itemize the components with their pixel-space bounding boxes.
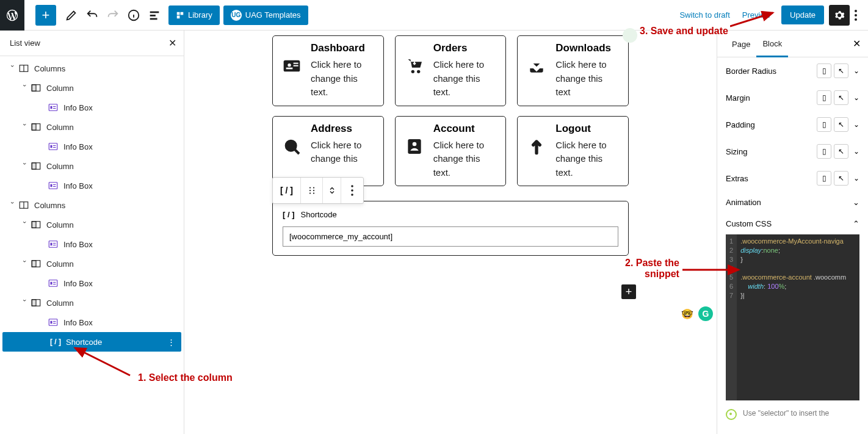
list-view-item-column[interactable]: ›Column — [0, 215, 184, 234]
chevron-down-icon[interactable]: › — [21, 162, 28, 170]
panel-margin[interactable]: Margin ▯↖⌄ — [717, 84, 868, 111]
svg-rect-41 — [51, 282, 52, 285]
tab-page[interactable]: Page — [726, 31, 756, 56]
cursor-icon[interactable]: ↖ — [834, 90, 848, 105]
device-desktop-icon[interactable]: ▯ — [817, 144, 831, 159]
add-block-inline-button[interactable]: + — [621, 284, 636, 299]
item-options-icon[interactable]: ⋮ — [167, 338, 175, 347]
info-box-downloads[interactable]: DownloadsClick here to change this text — [517, 35, 629, 106]
close-inspector-icon[interactable]: ✕ — [853, 38, 861, 49]
chevron-down-icon[interactable]: › — [9, 201, 16, 209]
more-options-icon[interactable] — [850, 10, 862, 21]
device-desktop-icon[interactable]: ▯ — [817, 63, 831, 78]
add-block-button[interactable]: + — [35, 5, 56, 26]
cursor-icon[interactable]: ↖ — [834, 171, 848, 186]
svg-rect-54 — [294, 65, 298, 67]
edit-tool-icon[interactable] — [61, 5, 82, 26]
list-view-item-column[interactable]: ›Column — [0, 254, 184, 273]
device-desktop-icon[interactable]: ▯ — [817, 90, 831, 105]
panel-custom-css[interactable]: Custom CSS ⌃ — [717, 213, 868, 234]
list-view-item-column[interactable]: ›Column — [0, 293, 184, 313]
chevron-down-icon[interactable]: ⌄ — [853, 67, 859, 75]
svg-rect-46 — [49, 319, 57, 326]
chevron-down-icon[interactable]: ⌄ — [853, 198, 859, 207]
list-view-item-info-box[interactable]: Info Box — [0, 273, 184, 293]
move-up-down-icon[interactable] — [323, 178, 341, 203]
svg-rect-25 — [32, 163, 36, 170]
panel-padding[interactable]: Padding ▯↖⌄ — [717, 111, 868, 138]
list-view-item-info-box[interactable]: Info Box — [0, 98, 184, 117]
svg-point-67 — [313, 192, 314, 193]
list-view-item-columns[interactable]: ›Columns — [0, 195, 184, 215]
info-box-account[interactable]: AccountClick here to change this text. — [395, 116, 507, 187]
preview-link[interactable]: Preview — [736, 10, 776, 20]
library-label: Library — [188, 10, 212, 20]
tab-block[interactable]: Block — [756, 31, 788, 57]
chevron-down-icon[interactable]: › — [9, 65, 16, 72]
svg-rect-26 — [49, 183, 57, 189]
chevron-down-icon[interactable]: › — [21, 299, 28, 306]
svg-rect-34 — [49, 241, 57, 248]
list-view-item-columns[interactable]: ›Columns — [0, 59, 184, 78]
chevron-up-icon[interactable]: ⌃ — [853, 219, 859, 228]
svg-point-8 — [855, 14, 857, 16]
list-view-item-info-box[interactable]: Info Box — [0, 176, 184, 195]
list-view-item-column[interactable]: ›Column — [0, 117, 184, 137]
list-view-item-label: Info Box — [63, 240, 93, 249]
chevron-down-icon[interactable]: › — [21, 84, 28, 92]
cart-icon — [404, 56, 425, 76]
svg-rect-21 — [51, 145, 52, 148]
settings-gear-button[interactable] — [829, 5, 850, 26]
uag-templates-button[interactable]: UGUAG Templates — [223, 5, 308, 25]
undo-icon[interactable] — [82, 5, 103, 26]
device-desktop-icon[interactable]: ▯ — [817, 171, 831, 186]
card-desc: Click here to change this — [311, 139, 375, 166]
chevron-down-icon[interactable]: › — [21, 260, 28, 267]
svg-rect-5 — [181, 12, 184, 15]
list-view-item-label: Column — [46, 84, 74, 93]
panel-border-radius[interactable]: Border Radius ▯↖⌄ — [717, 57, 868, 84]
drag-handle-icon[interactable] — [301, 178, 323, 203]
svg-rect-2 — [150, 15, 156, 16]
switch-to-draft-link[interactable]: Switch to draft — [673, 10, 736, 20]
list-view-item-shortcode[interactable]: [ / ]Shortcode⋮ — [2, 332, 181, 352]
update-button[interactable]: Update — [781, 5, 824, 24]
list-view-item-column[interactable]: ›Column — [0, 156, 184, 176]
shortcode-toolbar-icon[interactable]: [ / ] — [273, 178, 301, 203]
block-more-options-icon[interactable] — [341, 178, 363, 203]
arrow-up-icon — [526, 136, 547, 157]
info-box-orders[interactable]: OrdersClick here to change this text. — [395, 35, 507, 106]
shortcode-block[interactable]: [ / ] Shortcode — [272, 201, 629, 256]
info-box-address[interactable]: AddressClick here to change this — [272, 116, 384, 187]
list-view-item-info-box[interactable]: Info Box — [0, 137, 184, 156]
list-view-item-column[interactable]: ›Column — [0, 78, 184, 98]
list-view-item-info-box[interactable]: Info Box — [0, 313, 184, 332]
cursor-icon[interactable]: ↖ — [834, 144, 848, 159]
info-icon[interactable] — [123, 5, 144, 26]
chevron-down-icon[interactable]: ⌄ — [853, 147, 859, 156]
svg-rect-40 — [49, 280, 57, 287]
panel-sizing[interactable]: Sizing ▯↖⌄ — [717, 138, 868, 165]
cursor-icon[interactable]: ↖ — [834, 63, 848, 78]
chevron-down-icon[interactable]: ⌄ — [853, 120, 859, 129]
svg-rect-4 — [177, 12, 180, 15]
info-box-dashboard[interactable]: DashboardClick here to change this text. — [272, 35, 384, 106]
chevron-down-icon[interactable]: ⌄ — [853, 174, 859, 183]
list-view-item-info-box[interactable]: Info Box — [0, 234, 184, 254]
chevron-down-icon[interactable]: › — [21, 221, 28, 228]
chevron-down-icon[interactable]: ⌄ — [853, 93, 859, 102]
chevron-down-icon[interactable]: › — [21, 123, 28, 131]
library-button[interactable]: Library — [168, 5, 220, 25]
info-box-logout[interactable]: LogoutClick here to change this text. — [517, 116, 629, 187]
wordpress-logo[interactable] — [0, 0, 24, 31]
list-view-icon[interactable] — [144, 5, 165, 26]
close-list-view-icon[interactable]: ✕ — [168, 37, 176, 49]
shortcode-input[interactable] — [283, 226, 618, 247]
svg-rect-14 — [49, 104, 57, 111]
panel-animation[interactable]: Animation ⌄ — [717, 192, 868, 213]
cursor-icon[interactable]: ↖ — [834, 117, 848, 132]
panel-extras[interactable]: Extras ▯↖⌄ — [717, 165, 868, 192]
custom-css-editor[interactable]: 1234567 .woocommerce-MyAccount-naviga di… — [726, 234, 859, 400]
device-desktop-icon[interactable]: ▯ — [817, 117, 831, 132]
svg-point-58 — [289, 144, 292, 147]
